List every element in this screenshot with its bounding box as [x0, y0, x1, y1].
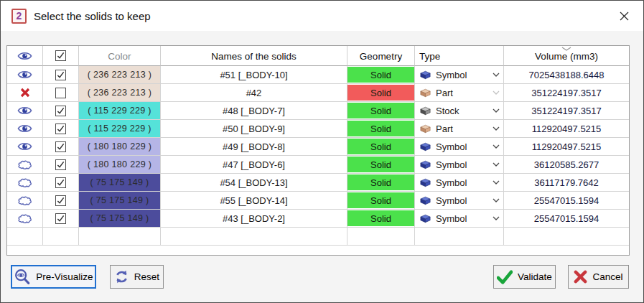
header-color[interactable]: Color — [79, 46, 161, 66]
header-type[interactable]: Type — [415, 46, 504, 66]
header-names[interactable]: Names of the solids — [161, 46, 347, 66]
eye-icon — [17, 106, 32, 116]
checkbox-icon — [55, 159, 66, 170]
type-dropdown[interactable]: Symbol — [415, 66, 504, 84]
visibility-toggle[interactable] — [7, 84, 43, 102]
eye-hidden-icon — [17, 159, 32, 170]
row-checkbox[interactable] — [43, 102, 79, 120]
refresh-icon — [114, 269, 129, 284]
titlebar: 2 Select the solids to keep — [1, 1, 643, 31]
checkbox-icon — [55, 70, 66, 80]
solid-name-cell — [161, 228, 347, 246]
type-dropdown[interactable]: Stock — [415, 102, 504, 120]
color-swatch-cell — [79, 228, 161, 246]
table-filler — [7, 246, 629, 254]
table-row: ( 180 180 229 ) #49 [_BODY-8] Solid Symb… — [7, 138, 629, 156]
chevron-down-icon — [493, 144, 500, 149]
green-check-icon — [497, 270, 513, 284]
visibility-toggle[interactable] — [7, 156, 43, 174]
type-dropdown[interactable]: Symbol — [415, 210, 504, 228]
type-dropdown[interactable]: Symbol — [415, 138, 504, 156]
row-checkbox[interactable] — [43, 84, 79, 102]
eye-icon — [17, 141, 32, 152]
solid-type-cube-icon — [419, 195, 432, 205]
geometry-cell — [347, 228, 415, 246]
previsualize-button[interactable]: Pre-Visualize — [11, 265, 96, 289]
solid-name-cell: #48 [_BODY-7] — [161, 102, 347, 120]
geometry-cell: Solid — [347, 84, 415, 102]
type-dropdown[interactable]: Part — [415, 84, 504, 102]
eye-icon — [17, 70, 32, 80]
color-swatch-cell: ( 75 175 149 ) — [79, 210, 161, 228]
chevron-down-icon — [493, 126, 500, 131]
solid-name-cell: #51 [_BODY-10] — [161, 66, 347, 84]
table-row: ( 75 175 149 ) #54 [_BODY-13] Solid Symb… — [7, 174, 629, 192]
visibility-toggle[interactable] — [7, 66, 43, 84]
geometry-cell: Solid — [347, 174, 415, 192]
geometry-cell: Solid — [347, 120, 415, 138]
table-body: ( 236 223 213 ) #51 [_BODY-10] Solid Sym… — [7, 66, 629, 246]
table-row: ( 236 223 213 ) #42 Solid Part 351224197… — [7, 84, 629, 102]
checkbox-icon — [55, 88, 66, 98]
cancel-button[interactable]: Cancel — [568, 265, 629, 289]
checkbox-icon — [55, 123, 66, 134]
type-dropdown[interactable]: Symbol — [415, 192, 504, 210]
checkbox-icon — [55, 195, 66, 206]
solid-type-cube-icon — [419, 159, 432, 169]
visibility-toggle[interactable] — [7, 102, 43, 120]
row-checkbox[interactable] — [43, 192, 79, 210]
row-checkbox[interactable] — [43, 66, 79, 84]
validate-button[interactable]: Validate — [493, 265, 556, 289]
visibility-toggle[interactable] — [7, 138, 43, 156]
eye-hidden-icon — [17, 213, 32, 224]
geometry-cell: Solid — [347, 102, 415, 120]
solid-name-cell: #55 [_BODY-14] — [161, 192, 347, 210]
row-checkbox[interactable] — [43, 210, 79, 228]
row-checkbox[interactable] — [43, 138, 79, 156]
eye-hidden-icon — [17, 177, 32, 188]
table-row: ( 75 175 149 ) #43 [_BODY-2] Solid Symbo… — [7, 210, 629, 228]
row-checkbox — [43, 228, 79, 246]
visibility-toggle[interactable] — [7, 192, 43, 210]
color-swatch-cell: ( 115 229 229 ) — [79, 102, 161, 120]
row-checkbox[interactable] — [43, 156, 79, 174]
volume-cell: 351224197.3517 — [504, 84, 629, 102]
header-geometry[interactable]: Geometry — [347, 46, 415, 66]
sort-chevron-down-icon — [561, 47, 571, 51]
close-icon[interactable] — [615, 6, 633, 25]
window-title: Select the solids to keep — [34, 10, 151, 22]
table-header-row: Color Names of the solids Geometry Type … — [7, 46, 629, 66]
geometry-cell: Solid — [347, 138, 415, 156]
eye-hidden-icon — [17, 195, 32, 206]
header-volume[interactable]: Volume (mm3) — [504, 46, 629, 66]
header-visibility[interactable] — [7, 46, 43, 66]
header-select-all-checkbox[interactable] — [43, 46, 79, 66]
visibility-toggle[interactable] — [7, 120, 43, 138]
visibility-toggle[interactable] — [7, 210, 43, 228]
volume-cell: 25547015.1594 — [504, 192, 629, 210]
volume-cell: 36117179.7642 — [504, 174, 629, 192]
visibility-toggle — [7, 228, 43, 246]
type-dropdown[interactable]: Part — [415, 120, 504, 138]
table-row: ( 75 175 149 ) #55 [_BODY-14] Solid Symb… — [7, 192, 629, 210]
dialog-window: 2 Select the solids to keep Color Names … — [0, 0, 644, 303]
type-dropdown[interactable]: Symbol — [415, 174, 504, 192]
solid-name-cell: #47 [_BODY-6] — [161, 156, 347, 174]
row-checkbox[interactable] — [43, 174, 79, 192]
color-swatch-cell: ( 115 229 229 ) — [79, 120, 161, 138]
solid-type-cube-icon — [419, 123, 432, 134]
solid-name-cell: #50 [_BODY-9] — [161, 120, 347, 138]
chevron-down-icon — [493, 180, 500, 185]
red-x-icon — [20, 88, 30, 98]
row-checkbox[interactable] — [43, 120, 79, 138]
color-swatch-cell: ( 75 175 149 ) — [79, 192, 161, 210]
solid-type-cube-icon — [419, 177, 432, 187]
red-x-icon — [574, 270, 587, 284]
type-dropdown[interactable]: Symbol — [415, 156, 504, 174]
visibility-toggle[interactable] — [7, 174, 43, 192]
color-swatch-cell: ( 75 175 149 ) — [79, 174, 161, 192]
eye-icon — [17, 51, 32, 61]
reset-button[interactable]: Reset — [110, 265, 164, 289]
type-dropdown — [415, 228, 504, 246]
volume-cell: 25547015.1594 — [504, 210, 629, 228]
